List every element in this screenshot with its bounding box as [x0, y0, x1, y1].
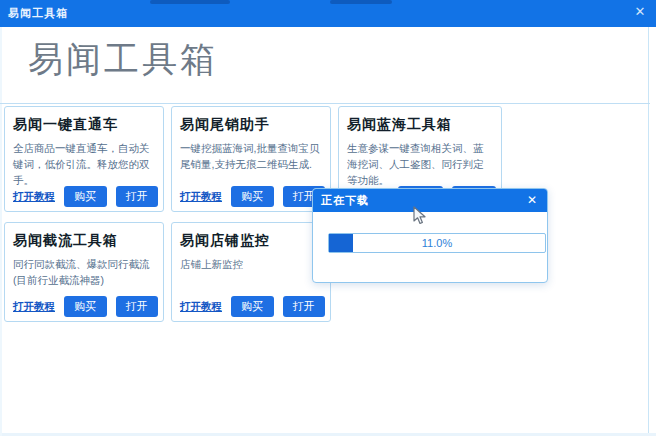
titlebar-artifact: [150, 0, 230, 4]
tool-card-jlgjx: 易闻截流工具箱 同行同款截流、爆款同行截流(目前行业截流神器) 打开教程 购买 …: [4, 222, 164, 322]
download-dialog: 正在下载 ✕ 11.0%: [312, 188, 548, 283]
titlebar: 易闻工具箱 ✕: [0, 0, 656, 27]
tool-card-yjztc: 易闻一键直通车 全店商品一键直通车，自动关键词，低价引流。释放您的双手。 打开教…: [4, 106, 164, 212]
open-button[interactable]: 打开: [116, 296, 159, 317]
app-window: { "window": { "titlebar_title": "易闻工具箱",…: [0, 0, 656, 436]
card-description: 生意参谋一键查询相关词、蓝海挖词、人工鉴图、同行判定等功能。: [347, 141, 493, 188]
open-button[interactable]: 打开: [283, 296, 326, 317]
open-tutorial-link[interactable]: 打开教程: [13, 190, 55, 204]
titlebar-artifact: [330, 0, 392, 4]
window-border-right: [648, 27, 649, 436]
card-title: 易闻蓝海工具箱: [347, 116, 493, 134]
section-divider: [0, 103, 650, 104]
window-border-left: [0, 27, 2, 436]
card-description: 店铺上新监控: [180, 257, 322, 273]
dialog-titlebar[interactable]: 正在下载 ✕: [313, 189, 547, 212]
buy-button[interactable]: 购买: [231, 186, 274, 207]
card-footer: 打开教程 购买 打开: [13, 186, 158, 207]
card-title: 易闻一键直通车: [13, 116, 155, 134]
card-title: 易闻尾销助手: [180, 116, 322, 134]
tool-card-wxzs: 易闻尾销助手 一键挖掘蓝海词,批量查询宝贝尾销量,支持无痕二维码生成. 打开教程…: [171, 106, 331, 212]
card-title: 易闻截流工具箱: [13, 232, 155, 250]
card-description: 全店商品一键直通车，自动关键词，低价引流。释放您的双手。: [13, 141, 155, 188]
close-icon[interactable]: ✕: [631, 3, 649, 21]
open-tutorial-link[interactable]: 打开教程: [180, 190, 222, 204]
card-footer: 打开教程 购买 打开: [180, 186, 325, 207]
card-footer: 打开教程 购买 打开: [180, 296, 325, 317]
open-button[interactable]: 打开: [116, 186, 159, 207]
mouse-cursor-icon: [413, 206, 428, 230]
card-description: 一键挖掘蓝海词,批量查询宝贝尾销量,支持无痕二维码生成.: [180, 141, 322, 173]
download-progress-bar: 11.0%: [328, 233, 546, 253]
card-description: 同行同款截流、爆款同行截流(目前行业截流神器): [13, 257, 155, 289]
close-icon[interactable]: ✕: [523, 191, 541, 209]
window-title: 易闻工具箱: [0, 6, 68, 21]
open-tutorial-link[interactable]: 打开教程: [13, 300, 55, 314]
open-tutorial-link[interactable]: 打开教程: [180, 300, 222, 314]
tool-card-dpjk: 易闻店铺监控 店铺上新监控 打开教程 购买 打开: [171, 222, 331, 322]
card-footer: 打开教程 购买 打开: [13, 296, 158, 317]
buy-button[interactable]: 购买: [64, 186, 107, 207]
dialog-title: 正在下载: [313, 193, 369, 208]
buy-button[interactable]: 购买: [231, 296, 274, 317]
progress-percent: 11.0%: [329, 234, 545, 252]
buy-button[interactable]: 购买: [64, 296, 107, 317]
card-title: 易闻店铺监控: [180, 232, 322, 250]
page-title: 易闻工具箱: [28, 36, 218, 83]
